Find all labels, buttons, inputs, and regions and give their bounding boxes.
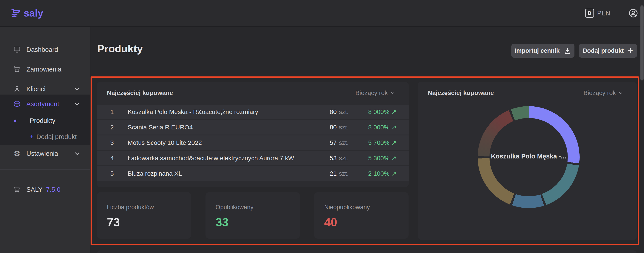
add-button-label: Dodaj produkt — [583, 47, 624, 54]
monitor-icon — [12, 46, 22, 53]
cart-icon — [12, 186, 22, 193]
package-icon — [12, 100, 22, 108]
donut-chart[interactable]: Koszulka Polo Męska -... — [478, 106, 580, 208]
trend-up-icon — [391, 108, 396, 116]
table-rows: 1 Koszulka Polo Męska - R&oacute;żne roz… — [97, 105, 409, 182]
table-row[interactable]: 1 Koszulka Polo Męska - R&oacute;żne roz… — [97, 105, 409, 119]
currency-selector[interactable]: B PLN — [585, 0, 610, 26]
add-product-button[interactable]: Dodaj produkt + — [579, 44, 637, 58]
product-name: Koszulka Polo Męska - R&oacute;żne rozmi… — [128, 108, 258, 116]
next-section-card — [97, 250, 637, 253]
stat-label: Opublikowany — [216, 204, 254, 211]
quantity-unit: szt. — [339, 155, 352, 162]
row-rank: 2 — [105, 124, 119, 131]
chevron-down-icon — [618, 90, 624, 96]
row-rank: 4 — [105, 155, 119, 162]
change-percent: 8 000% — [352, 108, 390, 116]
chevron-down-icon — [74, 86, 80, 92]
stat-value: 33 — [216, 216, 228, 229]
product-name: Scania Seria R EURO4 — [128, 124, 193, 131]
quantity-value: 80 — [303, 124, 337, 131]
chevron-down-icon — [74, 150, 80, 157]
logo-text: saly — [24, 7, 44, 19]
import-button-label: Importuj cennik — [514, 47, 560, 54]
cart-logo-icon — [11, 8, 22, 18]
import-pricelist-button[interactable]: Importuj cennik — [512, 44, 574, 58]
table-row[interactable]: 4 Ładowarka samochod&oacute;w elektryczn… — [97, 151, 409, 165]
cart-icon — [12, 65, 22, 73]
download-icon — [564, 47, 571, 54]
sidebar-item-label: Zamówienia — [26, 66, 61, 73]
trend-up-icon — [391, 154, 396, 162]
sidebar-item-label: Dodaj produkt — [36, 133, 77, 141]
person-icon — [12, 85, 22, 93]
sidebar-item-label: Dashboard — [26, 46, 58, 53]
table-row[interactable]: 3 Motus Scooty 10 Lite 2022 57 szt. 5 70… — [97, 135, 409, 150]
period-label: Bieżący rok — [355, 89, 388, 97]
stat-value: 73 — [107, 216, 120, 229]
stat-card-unpublished: Nieopublikowany 40 — [314, 192, 408, 239]
gear-icon: ⚙ — [12, 150, 22, 157]
period-dropdown[interactable]: Bieżący rok — [355, 89, 395, 97]
change-percent: 5 700% — [352, 139, 390, 146]
quantity-unit: szt. — [339, 139, 352, 146]
app-version: SALY 7.5.0 — [0, 181, 90, 199]
trend-up-icon — [391, 124, 396, 131]
change-percent: 8 000% — [352, 124, 390, 131]
trend-up-icon — [391, 139, 396, 146]
app-logo[interactable]: saly — [11, 0, 44, 26]
quantity-value: 57 — [303, 139, 337, 146]
sidebar-subitem-products[interactable]: Produkty — [0, 112, 90, 129]
donut-center-label: Koszulka Polo Męska -... — [478, 153, 580, 160]
card-header: Najczęściej kupowane Bieżący rok — [418, 82, 637, 104]
product-name: Motus Scooty 10 Lite 2022 — [128, 139, 202, 146]
stat-label: Nieopublikowany — [324, 204, 370, 211]
chevron-down-icon — [74, 101, 80, 107]
currency-label: PLN — [597, 9, 610, 17]
row-rank: 1 — [105, 108, 119, 116]
row-rank: 3 — [105, 139, 119, 146]
page-title: Produkty — [97, 42, 143, 55]
period-dropdown[interactable]: Bieżący rok — [584, 89, 624, 97]
stat-label: Liczba produktów — [107, 204, 154, 211]
quantity-value: 21 — [303, 170, 337, 177]
chevron-down-icon — [390, 90, 395, 96]
topbar: saly B PLN — [0, 0, 644, 27]
sidebar-item-label: Klienci — [26, 85, 46, 93]
active-bullet-icon — [14, 120, 16, 122]
sidebar-item-settings[interactable]: ⚙ Ustawienia — [0, 145, 90, 163]
app-name: SALY — [26, 186, 42, 193]
quantity-value: 53 — [303, 155, 337, 162]
version-number: 7.5.0 — [46, 186, 60, 193]
top-products-donut-card: Najczęściej kupowane Bieżący rok Koszulk… — [418, 82, 637, 240]
sidebar-subitem-add-product[interactable]: + Dodaj produkt — [0, 128, 90, 145]
trend-up-icon — [391, 170, 396, 177]
change-percent: 2 100% — [352, 170, 390, 177]
sidebar-divider — [0, 169, 90, 170]
change-percent: 5 300% — [352, 155, 390, 162]
sidebar: Dashboard Zamówienia Klienci Asortyment — [0, 26, 90, 253]
sidebar-item-orders[interactable]: Zamówienia — [0, 60, 90, 78]
sidebar-item-assortment[interactable]: Asortyment — [0, 95, 90, 113]
stat-card-published: Opublikowany 33 — [206, 192, 300, 239]
sidebar-item-dashboard[interactable]: Dashboard — [0, 41, 90, 58]
product-name: Bluza rozpinana XL — [128, 170, 182, 177]
product-name: Ładowarka samochod&oacute;w elektrycznyc… — [128, 155, 294, 162]
currency-icon: B — [585, 9, 594, 18]
sidebar-item-label: Produkty — [30, 117, 55, 124]
table-row[interactable]: 2 Scania Seria R EURO4 80 szt. 8 000% — [97, 120, 409, 135]
period-label: Bieżący rok — [584, 89, 616, 97]
stat-value: 40 — [324, 216, 337, 229]
quantity-unit: szt. — [339, 124, 352, 131]
row-rank: 5 — [105, 170, 119, 177]
stat-card-total-products: Liczba produktów 73 — [97, 192, 191, 239]
card-header: Najczęściej kupowane Bieżący rok — [97, 82, 409, 104]
account-button[interactable] — [628, 0, 638, 26]
table-row[interactable]: 5 Bluza rozpinana XL 21 szt. 2 100% — [97, 166, 409, 181]
plus-icon: + — [30, 133, 34, 141]
account-icon — [628, 8, 638, 18]
vertical-scrollbar[interactable] — [640, 5, 644, 80]
quantity-value: 80 — [303, 108, 337, 116]
card-title: Najczęściej kupowane — [107, 89, 173, 97]
sidebar-item-label: Ustawienia — [26, 150, 58, 157]
